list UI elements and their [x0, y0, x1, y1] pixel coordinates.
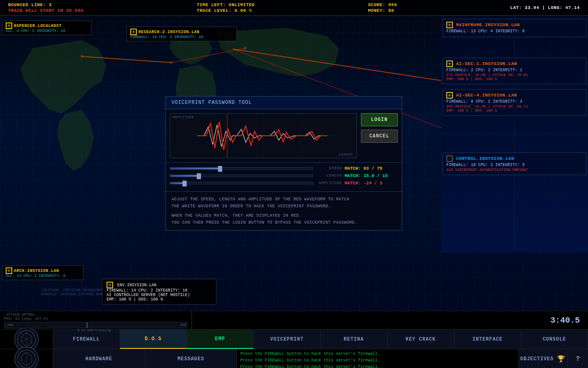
desc-line3: WHEN THE VALUES MATCH, THEY ARE DISPLAYE… [172, 212, 396, 219]
key-crack-button[interactable]: KEY CRACK [388, 330, 454, 349]
control-title: CONTROL.INSYSION.LAN [456, 156, 514, 161]
timeline-left: -200 [5, 323, 13, 327]
ai-sec4-stats1: 203 HOSTILE: 16.9% | ATTACK IN: 60.7s [446, 105, 583, 109]
timeline-marker [87, 322, 87, 328]
spencer-crosshair [6, 22, 12, 29]
modal-dialog: VOICEPRINT PASSWORD TOOL AMPLITUDE LENGH… [165, 96, 402, 231]
objectives-button[interactable]: OBJECTIVES 🏆 [519, 349, 568, 368]
env-firewall: FIREWALL: 14 CPU: 2 INTEGRITY: 10 [107, 288, 212, 293]
sliders-section: SPEED MATCH: 63 / 79 LENGTH MATCH: 15.0 … [166, 162, 402, 191]
right-panel: MAINFRAME.INSYSION.LAN FIREWALL: 13 CPU:… [441, 16, 588, 253]
mainframe-info: FIREWALL: 13 CPU: 4 INTEGRITY: 8 [446, 28, 583, 34]
amplitude-handle[interactable] [183, 181, 187, 186]
speed-slider-row: SPEED MATCH: 63 / 79 [170, 166, 398, 171]
waveform-svg [170, 114, 356, 158]
spencer-title: NSPENCER.LOCALHOST [14, 24, 62, 28]
env-node[interactable]: ENV.INSYSION.LAN FIREWALL: 14 CPU: 2 INT… [102, 279, 216, 305]
length-label: LENGHT [339, 153, 353, 156]
svg-point-4 [243, 47, 247, 50]
ai-sec4-title: AI-SEC-4.INSYSION.LAN [456, 93, 517, 98]
env-crosshair [107, 282, 113, 288]
ai-sec4-info: FIREWALL: 9 CPU: 2 INTEGRITY: 3 [446, 99, 583, 105]
bottom-top-row: _ATTACK_VPTOOL_ FPS: 62 (Avg: 127.6) -20… [0, 311, 588, 330]
timeline-right: 200 [180, 323, 186, 327]
msg-line2: Press the FIREWALL button to hack this s… [240, 357, 515, 364]
lat-long: LAT: 33.94 | LONG: 47.14 [510, 5, 580, 10]
speed-label: SPEED [316, 166, 342, 171]
waveform-display: AMPLITUDE LENGHT [170, 113, 357, 158]
control-node-card[interactable]: CONTROL.INSYSION.LAN FIREWALL: 10 CPU: 2… [443, 153, 586, 175]
hud-left: BOUNCED LINK: 3 TRACE WILL START IN 35.5… [8, 2, 84, 13]
ai-sec4-node-card[interactable]: AI-SEC-4.INSYSION.LAN FIREWALL: 9 CPU: 2… [443, 89, 586, 116]
help-button[interactable]: ? [568, 349, 588, 368]
modal-title: VOICEPRINT PASSWORD TOOL [166, 96, 402, 109]
top-hud: BOUNCED LINK: 3 TRACE WILL START IN 35.5… [0, 0, 588, 16]
svg-point-3 [170, 61, 173, 64]
speed-handle[interactable] [218, 166, 222, 172]
trace-level: TRACE LEVEL: 0.00 % [197, 8, 255, 13]
length-track[interactable] [170, 175, 313, 177]
ai-sec1-crosshair [446, 61, 453, 67]
ai-sec1-node-card[interactable]: AI-SEC-1.INSYSION.LAN FIREWALL: 2 CPU: 2… [443, 58, 586, 84]
msg-line1: Press the FIREWALL button to hack this s… [240, 351, 515, 357]
fps-text: _ATTACK_VPTOOL_ FPS: 62 (Avg: 127.6) [4, 313, 187, 321]
research-node[interactable]: RESEARCH-2.INSYSION.LAN FIREWALL: 16 CPU… [127, 27, 237, 41]
time-value: 3:40.5 [550, 316, 580, 325]
env-emp: EMP: 100 % | DOS: 100 % [107, 297, 212, 302]
interface-button[interactable]: INTERFACE [454, 330, 521, 349]
hud-center-left: TIME LEFT: UNLIMITED TRACE LEVEL: 0.00 % [197, 2, 255, 13]
spencer-info: ALL: 4 CPU: 5 INTEGRITY: 10 [6, 29, 88, 33]
control-info: FIREWALL: 10 CPU: 2 INTEGRITY: 5 [446, 162, 583, 168]
speed-fill [170, 168, 220, 169]
ai-sec4-stats2: EMP: 100 % | DOS: 100 % [446, 109, 583, 113]
arch-crosshair [6, 267, 12, 274]
emp-button[interactable]: EMP [187, 330, 254, 349]
retina-button[interactable]: RETINA [321, 330, 388, 349]
voiceprint-button[interactable]: VOICEPRINT [254, 330, 321, 349]
length-handle[interactable] [197, 173, 201, 179]
hardware-button[interactable]: HARDWARE [53, 349, 145, 368]
svg-point-2 [80, 55, 83, 58]
logo-icon-2 [14, 347, 39, 368]
amplitude-track[interactable] [170, 182, 313, 184]
trophy-icon: 🏆 [557, 355, 566, 363]
logo-area-2 [0, 349, 53, 368]
mainframe-title: MAINFRAME.INSYSION.LAN [456, 22, 520, 27]
attack-label-text: _ATTACK_VPTOOL_ [4, 313, 37, 317]
time-display: 3:40.5 [542, 311, 588, 329]
messages-button[interactable]: MESSAGES [145, 349, 237, 368]
time-left: TIME LEFT: UNLIMITED [197, 2, 255, 7]
desc-line2: THE WHITE WAVEFORM IN ORDER TO HACK THE … [172, 203, 396, 210]
speed-match: MATCH: 63 / 79 [345, 166, 398, 171]
desc-line1: ADJUST THE SPEED, LENGTH AND AMPLITUDE O… [172, 196, 396, 203]
research-crosshair [130, 29, 137, 35]
mainframe-node-card[interactable]: MAINFRAME.INSYSION.LAN FIREWALL: 13 CPU:… [443, 19, 586, 37]
amplitude-slider-row: AMPLITUDE MATCH: -24 / 3 [170, 181, 398, 186]
modal-description: ADJUST THE SPEED, LENGTH AND AMPLITUDE O… [166, 191, 402, 230]
length-slider-row: LENGTH MATCH: 15.0 / 15 [170, 173, 398, 178]
length-match: MATCH: 15.0 / 15 [345, 173, 398, 178]
help-icon: ? [576, 355, 580, 363]
arch-node[interactable]: ARCH.INSYSION.LAN ALL: 12 CPU: 2 INTEGRI… [2, 265, 84, 280]
trace-start: TRACE WILL START IN 35.58s [8, 8, 84, 13]
modal-body: AMPLITUDE LENGHT LOGIN CANCEL [166, 109, 402, 162]
ai-sec1-stats1: 272 HOSTILE: 15.0% | ATTACK IN: 78.8s [446, 73, 583, 77]
research-info: FIREWALL: 16 CPU: 2 INTEGRITY: 10 [130, 35, 233, 39]
msg-line3: Press the FIREWALL button to hack this s… [240, 364, 515, 368]
bounced-link: BOUNCED LINK: 3 [8, 2, 84, 7]
arch-title: ARCH.INSYSION.LAN [14, 269, 59, 273]
ai-sec1-title: AI-SEC-1.INSYSION.LAN [456, 61, 517, 66]
env-title: ENV.INSYSION.LAN [117, 283, 156, 287]
amplitude-match: MATCH: -24 / 3 [345, 181, 398, 186]
control-stats: 319 VOICEPRINT AUTHENTICATION PRESENT [446, 168, 583, 172]
cancel-button[interactable]: CANCEL [361, 130, 398, 143]
length-label: LENGTH [316, 174, 342, 178]
login-button[interactable]: LOGIN [361, 113, 398, 126]
research-title: RESEARCH-2.INSYSION.LAN [138, 30, 200, 34]
spencer-node[interactable]: NSPENCER.LOCALHOST ALL: 4 CPU: 5 INTEGRI… [2, 20, 92, 35]
control-icon [446, 155, 453, 162]
ai-sec1-stats2: EMP: 100 % | DOS: 100 % [446, 77, 583, 81]
console-button[interactable]: CONSOLE [521, 330, 588, 349]
timeline-center-label: A 34.000/tracking [78, 328, 111, 332]
speed-track[interactable] [170, 167, 313, 170]
